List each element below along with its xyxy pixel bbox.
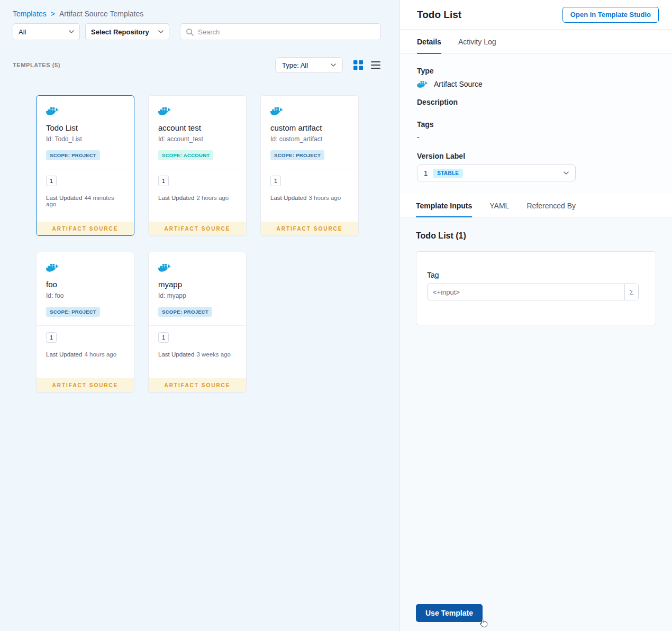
- docker-icon: [158, 262, 172, 272]
- divider: [37, 169, 134, 169]
- divider: [261, 169, 358, 169]
- tags-value: -: [417, 133, 655, 141]
- template-id: Id: custom_artifact: [270, 135, 349, 143]
- version-count-box: 1: [46, 332, 57, 343]
- version-count-box: 1: [158, 332, 169, 343]
- breadcrumb: Templates > Artifact Source Templates: [13, 10, 143, 18]
- version-dropdown[interactable]: 1 STABLE: [417, 164, 576, 181]
- repository-filter-dropdown[interactable]: Select Repository: [85, 23, 169, 40]
- template-title: myapp: [158, 280, 237, 289]
- view-toggles: [353, 60, 380, 70]
- search-input[interactable]: [198, 28, 375, 36]
- version-value: 1: [424, 169, 428, 177]
- filter-row: All Select Repository: [13, 23, 381, 40]
- version-count-box: 1: [270, 176, 281, 186]
- tab-activity-log[interactable]: Activity Log: [458, 30, 496, 53]
- template-card-custom-artifact[interactable]: custom artifact Id: custom_artifact SCOP…: [260, 95, 359, 236]
- breadcrumb-current: Artifact Source Templates: [59, 10, 143, 18]
- type-value: Artifact Source: [434, 80, 483, 88]
- divider: [149, 325, 246, 326]
- last-updated: Last Updated2 hours ago: [158, 195, 237, 201]
- scope-badge: SCOPE: PROJECT: [46, 150, 100, 160]
- template-card-todo-list[interactable]: Todo List Id: Todo_List SCOPE: PROJECT 1…: [36, 95, 134, 236]
- type-filter-dropdown[interactable]: Type: All: [275, 57, 343, 73]
- template-card-foo[interactable]: foo Id: foo SCOPE: PROJECT 1 Last Update…: [36, 252, 134, 392]
- chevron-down-icon: [69, 30, 74, 33]
- template-type-band: ARTIFACT SOURCE: [37, 378, 134, 392]
- breadcrumb-templates-link[interactable]: Templates: [13, 10, 47, 18]
- details-header: Todo List Open in Template Studio: [400, 0, 672, 30]
- grid-view-icon[interactable]: [353, 60, 363, 70]
- version-count-box: 1: [158, 176, 169, 186]
- details-tab-bar: Details Activity Log: [400, 30, 672, 54]
- template-type-band: ARTIFACT SOURCE: [37, 222, 134, 235]
- template-card-account-test[interactable]: account test Id: account_test SCOPE: ACC…: [148, 95, 247, 236]
- docker-icon: [270, 105, 284, 116]
- panel-footer: Use Template: [400, 589, 672, 631]
- search-icon: [186, 28, 194, 36]
- inputs-tab-bar: Template Inputs YAML Referenced By: [400, 194, 672, 217]
- templates-count-label: TEMPLATES (5): [13, 62, 60, 68]
- divider: [37, 325, 134, 326]
- last-updated: Last Updated4 hours ago: [46, 351, 124, 358]
- chevron-down-icon: [331, 63, 336, 67]
- scope-badge: SCOPE: PROJECT: [46, 307, 100, 317]
- use-template-button[interactable]: Use Template: [416, 604, 483, 622]
- tag-input[interactable]: [428, 284, 624, 300]
- template-title: Todo List: [46, 123, 124, 132]
- tab-details[interactable]: Details: [417, 30, 441, 53]
- tab-template-inputs[interactable]: Template Inputs: [416, 194, 472, 217]
- inputs-heading: Todo List (1): [416, 231, 656, 241]
- scope-badge: SCOPE: PROJECT: [158, 307, 212, 317]
- tab-yaml[interactable]: YAML: [489, 194, 509, 217]
- template-title: account test: [158, 123, 237, 132]
- scope-badge: SCOPE: PROJECT: [270, 150, 324, 160]
- template-id: Id: account_test: [158, 135, 237, 143]
- type-label: Type: [417, 67, 655, 75]
- description-label: Description: [417, 98, 655, 106]
- panel-title: Todo List: [417, 9, 461, 21]
- docker-icon: [46, 105, 60, 116]
- docker-icon: [46, 262, 60, 272]
- chevron-down-icon: [564, 171, 569, 175]
- template-type-band: ARTIFACT SOURCE: [261, 222, 358, 235]
- stable-badge: STABLE: [433, 169, 463, 178]
- template-id: Id: myapp: [158, 292, 237, 299]
- template-title: foo: [46, 280, 124, 289]
- tags-label: Tags: [417, 120, 655, 129]
- chevron-down-icon: [158, 30, 164, 33]
- scope-filter-dropdown[interactable]: All: [13, 23, 80, 40]
- docker-icon: [158, 105, 172, 116]
- tag-input-row: Σ: [427, 284, 645, 300]
- templates-list-panel: Templates > Artifact Source Templates Al…: [0, 0, 399, 631]
- tag-label: Tag: [427, 271, 645, 279]
- last-updated: Last Updated3 weeks ago: [158, 351, 237, 358]
- last-updated: Last Updated3 hours ago: [270, 195, 349, 201]
- inputs-form-card: Tag Σ: [416, 251, 656, 325]
- open-in-template-studio-button[interactable]: Open in Template Studio: [562, 7, 659, 23]
- divider: [149, 169, 246, 169]
- template-type-band: ARTIFACT SOURCE: [149, 222, 246, 235]
- template-inputs-body: Todo List (1) Tag Σ: [400, 217, 672, 589]
- tag-input-wrapper: Σ: [427, 284, 639, 300]
- tab-referenced-by[interactable]: Referenced By: [526, 194, 576, 217]
- scope-badge: SCOPE: ACCOUNT: [158, 150, 213, 160]
- details-section: Type Artifact Source Description Tags - …: [400, 54, 672, 194]
- template-card-myapp[interactable]: myapp Id: myapp SCOPE: PROJECT 1 Last Up…: [148, 252, 247, 392]
- template-details-panel: Todo List Open in Template Studio Detail…: [399, 0, 672, 631]
- template-title: custom artifact: [270, 123, 349, 132]
- breadcrumb-separator-icon: >: [51, 10, 55, 18]
- version-label: Version Label: [417, 152, 655, 160]
- docker-icon: [417, 79, 429, 88]
- search-box[interactable]: [180, 23, 381, 40]
- template-card-grid: Todo List Id: Todo_List SCOPE: PROJECT 1…: [36, 95, 360, 392]
- template-id: Id: foo: [46, 292, 124, 299]
- version-count-box: 1: [46, 176, 57, 186]
- mouse-cursor-icon: [479, 618, 489, 629]
- type-value-row: Artifact Source: [417, 79, 655, 88]
- last-updated: Last Updated44 minutes ago: [46, 195, 124, 207]
- template-id: Id: Todo_List: [46, 135, 124, 143]
- list-view-icon[interactable]: [371, 61, 380, 69]
- template-type-band: ARTIFACT SOURCE: [149, 378, 246, 392]
- expression-toggle-icon[interactable]: Σ: [624, 284, 638, 300]
